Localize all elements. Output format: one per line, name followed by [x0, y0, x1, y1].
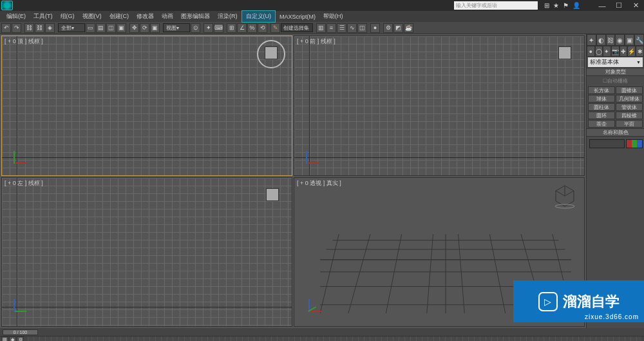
- render-frame-button[interactable]: ◩: [393, 23, 403, 33]
- editnamed-button[interactable]: ✎: [270, 23, 280, 33]
- close-button[interactable]: ✕: [627, 0, 644, 11]
- subtab-lights[interactable]: ✦: [603, 46, 611, 57]
- primitive-cylinder-button[interactable]: 圆柱体: [588, 103, 615, 111]
- snap-toggle-button[interactable]: ⊞: [227, 23, 236, 33]
- named-selection-input[interactable]: [281, 23, 313, 32]
- trackbar-open-button[interactable]: ▤: [1, 336, 8, 341]
- menu-create[interactable]: 创建(C): [106, 11, 133, 22]
- primitive-box-button[interactable]: 长方体: [588, 86, 615, 94]
- curve-editor-button[interactable]: ∿: [347, 23, 357, 33]
- select-filter-dropdown[interactable]: 全部 ▾: [58, 23, 85, 32]
- layers-button[interactable]: ☰: [337, 23, 346, 33]
- subtab-shapes[interactable]: ◯: [595, 46, 603, 57]
- subtab-helpers[interactable]: ✚: [620, 46, 628, 57]
- percent-snap-button[interactable]: %: [247, 23, 257, 33]
- subtab-spacewarps[interactable]: ⚡: [627, 46, 636, 57]
- viewport-label-persp[interactable]: [ + 0 透视 ] 真实 ]: [297, 179, 341, 188]
- primitive-sphere-button[interactable]: 球体: [588, 95, 615, 102]
- menu-views[interactable]: 视图(V): [79, 11, 106, 22]
- menu-modifiers[interactable]: 修改器: [133, 11, 158, 22]
- select-region-button[interactable]: ◫: [106, 23, 116, 33]
- tab-hierarchy[interactable]: ⛓: [606, 34, 616, 46]
- bind-button[interactable]: ◈: [45, 23, 55, 33]
- schematic-button[interactable]: ◫: [357, 23, 367, 33]
- primitive-plane-button[interactable]: 平面: [616, 120, 643, 128]
- object-name-input[interactable]: [589, 139, 625, 148]
- viewcube-front[interactable]: [552, 40, 578, 66]
- tab-utilities[interactable]: 🔧: [634, 34, 644, 46]
- subtab-systems[interactable]: ✱: [636, 46, 644, 57]
- viewport-front[interactable]: [ + 0 前 ] 线框 ]: [294, 35, 585, 176]
- subtab-cameras[interactable]: 📷: [611, 46, 620, 57]
- select-manipulate-button[interactable]: ✦: [204, 23, 213, 33]
- primitive-pyramid-button[interactable]: 四棱锥: [616, 112, 643, 119]
- scale-button[interactable]: ▣: [150, 23, 160, 33]
- render-setup-button[interactable]: ⚙: [383, 23, 393, 33]
- category-dropdown[interactable]: 标准基本体▼: [588, 57, 643, 67]
- rotate-button[interactable]: ⟳: [140, 23, 149, 33]
- tab-display[interactable]: ▣: [625, 34, 634, 46]
- viewport-left[interactable]: [ + 0 左 ] 线框 ]: [1, 177, 292, 327]
- select-name-button[interactable]: ▤: [96, 23, 106, 33]
- maximize-button[interactable]: ☐: [611, 0, 627, 11]
- primitive-tube-button[interactable]: 管状体: [616, 103, 643, 111]
- viewcube-left[interactable]: [260, 182, 285, 208]
- align-button[interactable]: ≡: [327, 23, 336, 33]
- tab-modify[interactable]: ◐: [596, 34, 606, 46]
- window-crossing-button[interactable]: ▣: [117, 23, 126, 33]
- flag-icon[interactable]: ⚑: [563, 2, 569, 9]
- pivot-button[interactable]: ⊙: [191, 23, 200, 33]
- subtab-geometry[interactable]: ●: [587, 46, 595, 57]
- render-button[interactable]: ☕: [404, 23, 413, 33]
- time-slider-bar[interactable]: 0 / 100: [0, 328, 644, 336]
- primitive-torus-button[interactable]: 圆环: [588, 112, 615, 119]
- menu-group[interactable]: 组(G): [57, 11, 79, 22]
- trackbar-ruler[interactable]: [28, 336, 641, 342]
- viewport-label-front[interactable]: [ + 0 前 ] 线框 ]: [297, 37, 336, 46]
- track-bar[interactable]: ▤ ◆ ⚙: [0, 336, 644, 341]
- trackbar-key-button[interactable]: ◆: [9, 336, 16, 341]
- viewport-label-top[interactable]: [ + 0 顶 ] 线框 ]: [5, 37, 43, 46]
- trackbar-filter-button[interactable]: ⚙: [17, 336, 24, 341]
- link-button[interactable]: ⛓: [24, 23, 34, 33]
- favorites-icon[interactable]: ★: [553, 2, 559, 9]
- viewcube-perspective[interactable]: [552, 183, 578, 209]
- menu-customize[interactable]: 自定义(U): [242, 10, 276, 23]
- menu-grapheditors[interactable]: 图形编辑器: [177, 11, 214, 22]
- mirror-button[interactable]: ▥: [316, 23, 326, 33]
- menu-tools[interactable]: 工具(T): [30, 11, 57, 22]
- angle-snap-button[interactable]: ∠: [237, 23, 247, 33]
- select-object-button[interactable]: ▭: [86, 23, 95, 33]
- rollout-name-color[interactable]: 名称和颜色: [587, 128, 644, 137]
- unlink-button[interactable]: ⛓: [35, 23, 44, 33]
- move-button[interactable]: ✥: [129, 23, 139, 33]
- menu-animation[interactable]: 动画: [158, 11, 177, 22]
- undo-button[interactable]: ↶: [1, 23, 11, 33]
- autogrid-checkbox[interactable]: ☐ 自动栅格: [587, 76, 644, 86]
- viewport-top[interactable]: [ + 0 顶 ] 线框 ]: [1, 35, 292, 176]
- menu-help[interactable]: 帮助(H): [319, 11, 347, 22]
- menu-rendering[interactable]: 渲染(R): [214, 11, 242, 22]
- refcoord-dropdown[interactable]: 视图 ▾: [163, 23, 190, 32]
- rollout-object-type[interactable]: 对象类型: [587, 68, 644, 76]
- menu-edit[interactable]: 编辑(E): [3, 11, 30, 22]
- primitive-teapot-button[interactable]: 茶壶: [588, 120, 615, 128]
- primitive-geosphere-button[interactable]: 几何球体: [616, 95, 643, 102]
- spinner-snap-button[interactable]: ⟲: [258, 23, 267, 33]
- object-color-swatch[interactable]: [626, 139, 643, 148]
- keyboard-shortcut-button[interactable]: ⌨: [214, 23, 223, 33]
- time-slider-thumb[interactable]: 0 / 100: [3, 329, 38, 335]
- redo-button[interactable]: ↷: [12, 23, 21, 33]
- tab-motion[interactable]: ◉: [615, 34, 625, 46]
- material-editor-button[interactable]: ●: [370, 23, 380, 33]
- tab-create[interactable]: ✦: [587, 34, 596, 46]
- viewport-label-left[interactable]: [ + 0 左 ] 线框 ]: [5, 179, 43, 188]
- app-icon[interactable]: [1, 1, 13, 10]
- primitive-cone-button[interactable]: 圆锥体: [616, 86, 643, 94]
- workspace-icon[interactable]: ⊞: [544, 2, 549, 9]
- search-input[interactable]: 输入关键字或后语: [454, 1, 538, 10]
- minimize-button[interactable]: —: [594, 0, 611, 11]
- viewcube-top[interactable]: [257, 40, 285, 68]
- signin-icon[interactable]: 👤: [573, 2, 580, 9]
- menu-maxscript[interactable]: MAXScript(M): [276, 12, 319, 21]
